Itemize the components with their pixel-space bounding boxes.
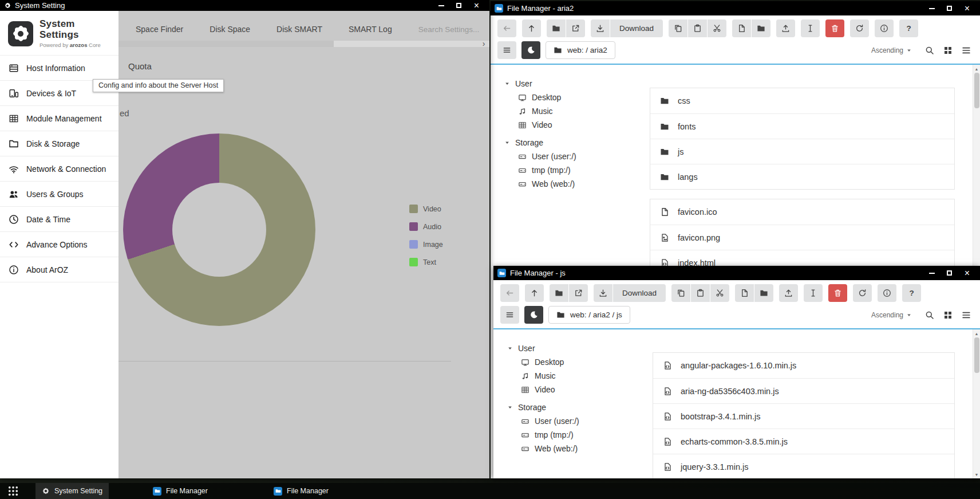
file-row[interactable]: jquery-3.3.1.min.js <box>653 454 954 478</box>
new-folder-button[interactable] <box>752 19 770 37</box>
open-external-button[interactable] <box>569 284 588 302</box>
copy-button[interactable] <box>671 284 690 302</box>
taskbar-item-system-setting[interactable]: System Setting <box>35 483 109 499</box>
minimize-button[interactable] <box>923 1 941 15</box>
file-manager-titlebar[interactable]: File Manager - aria2 × <box>491 1 980 15</box>
cut-button[interactable] <box>710 284 729 302</box>
file-row[interactable]: bootstrap-3.4.1.min.js <box>653 403 954 429</box>
tree-section-user[interactable]: User <box>504 76 644 91</box>
tab-smart-log[interactable]: SMART Log <box>349 25 392 34</box>
file-row[interactable]: favicon.ico <box>650 199 954 225</box>
folder-row[interactable]: css <box>650 88 954 113</box>
tree-item-web-drive[interactable]: Web (web:/) <box>507 442 647 455</box>
search-button[interactable] <box>925 46 934 55</box>
info-button[interactable] <box>878 284 896 302</box>
folder-row[interactable]: js <box>650 139 954 164</box>
grid-view-button[interactable] <box>943 311 953 320</box>
cut-button[interactable] <box>708 19 726 37</box>
copy-button[interactable] <box>669 19 687 37</box>
close-button[interactable]: × <box>468 0 485 11</box>
scrollbar[interactable]: ▲ ▼ <box>973 329 980 478</box>
upload-button[interactable] <box>779 284 798 302</box>
new-file-button[interactable] <box>735 284 754 302</box>
taskbar-item-file-manager-2[interactable]: File Manager <box>267 483 335 499</box>
tabs-scroll-right-button[interactable]: › <box>479 39 488 48</box>
tree-item-music[interactable]: Music <box>504 104 644 118</box>
tree-item-desktop[interactable]: Desktop <box>504 91 644 104</box>
rename-button[interactable] <box>801 19 820 37</box>
sidebar-item-disk-storage[interactable]: Disk & Storage <box>0 131 118 156</box>
tree-item-video[interactable]: Video <box>507 383 647 396</box>
file-row[interactable]: favicon.png <box>650 225 954 250</box>
new-folder-button[interactable] <box>754 284 773 302</box>
close-button[interactable]: × <box>958 266 976 280</box>
tree-section-storage[interactable]: Storage <box>504 135 644 150</box>
list-view-button[interactable] <box>962 311 971 320</box>
sidebar-item-date-time[interactable]: Date & Time <box>0 207 118 232</box>
tab-disk-space[interactable]: Disk Space <box>210 25 250 34</box>
breadcrumb[interactable]: web: / aria2 / js <box>548 306 630 324</box>
open-external-button[interactable] <box>566 19 585 37</box>
tree-item-tmp-drive[interactable]: tmp (tmp:/) <box>507 428 647 442</box>
dark-mode-button[interactable] <box>524 306 543 324</box>
refresh-button[interactable] <box>850 19 869 37</box>
app-launcher-button[interactable] <box>0 483 26 499</box>
tab-disk-smart[interactable]: Disk SMART <box>276 25 322 34</box>
folder-row[interactable]: fonts <box>650 113 954 139</box>
refresh-button[interactable] <box>853 284 872 302</box>
rename-button[interactable] <box>804 284 823 302</box>
delete-button[interactable] <box>828 284 847 302</box>
taskbar-item-file-manager-1[interactable]: File Manager <box>147 483 214 499</box>
grid-view-button[interactable] <box>943 46 953 55</box>
minimize-button[interactable] <box>432 0 450 11</box>
scrollbar-thumb[interactable] <box>974 73 979 108</box>
folder-row[interactable]: langs <box>650 164 954 189</box>
file-row[interactable]: angular-packages-1.6.10.min.js <box>653 353 954 378</box>
tree-item-web-drive[interactable]: Web (web:/) <box>504 177 644 191</box>
tree-item-desktop[interactable]: Desktop <box>507 355 647 369</box>
sidebar-item-host-information[interactable]: Host Information <box>0 56 118 81</box>
tree-item-music[interactable]: Music <box>507 369 647 383</box>
search-button[interactable] <box>925 311 934 320</box>
file-row[interactable]: aria-ng-da5356c403.min.js <box>653 378 954 403</box>
scroll-down-icon[interactable]: ▼ <box>973 471 980 478</box>
tree-item-tmp-drive[interactable]: tmp (tmp:/) <box>504 163 644 177</box>
delete-button[interactable] <box>825 19 844 37</box>
download-button[interactable]: Download <box>610 19 663 37</box>
back-button[interactable] <box>497 19 516 37</box>
tree-section-storage[interactable]: Storage <box>507 400 647 414</box>
up-button[interactable] <box>525 284 544 302</box>
tabs-scrollbar-thumb[interactable] <box>118 41 334 47</box>
download-icon-button[interactable] <box>594 284 612 302</box>
sidebar-item-network-connection[interactable]: Network & Connection <box>0 156 118 182</box>
maximize-button[interactable] <box>450 0 468 11</box>
sidebar-item-users-groups[interactable]: Users & Groups <box>0 182 118 207</box>
file-manager-titlebar[interactable]: File Manager - js × <box>493 266 980 280</box>
settings-search-input[interactable] <box>418 25 489 34</box>
maximize-button[interactable] <box>941 1 958 15</box>
scroll-up-icon[interactable]: ▲ <box>973 65 980 72</box>
sidebar-item-advance-options[interactable]: Advance Options <box>0 232 118 257</box>
new-file-button[interactable] <box>732 19 751 37</box>
help-button[interactable]: ? <box>902 284 921 302</box>
scroll-up-icon[interactable]: ▲ <box>973 330 980 337</box>
file-row[interactable]: echarts-common-3.8.5.min.js <box>653 429 954 454</box>
open-folder-button[interactable] <box>547 19 566 37</box>
tree-item-user-drive[interactable]: User (user:/) <box>504 150 644 163</box>
download-icon-button[interactable] <box>591 19 610 37</box>
scrollbar-thumb[interactable] <box>974 337 979 373</box>
minimize-button[interactable] <box>923 266 941 280</box>
system-settings-titlebar[interactable]: System Setting × <box>0 0 489 11</box>
help-button[interactable]: ? <box>899 19 918 37</box>
sort-order-dropdown[interactable]: Ascending <box>871 311 912 319</box>
download-button[interactable]: Download <box>613 284 666 302</box>
dark-mode-button[interactable] <box>521 41 540 59</box>
paste-button[interactable] <box>691 284 710 302</box>
paste-button[interactable] <box>688 19 707 37</box>
up-button[interactable] <box>522 19 541 37</box>
back-button[interactable] <box>500 284 519 302</box>
close-button[interactable]: × <box>958 1 976 15</box>
menu-button[interactable] <box>500 306 519 324</box>
tree-section-user[interactable]: User <box>507 341 647 355</box>
maximize-button[interactable] <box>941 266 958 280</box>
